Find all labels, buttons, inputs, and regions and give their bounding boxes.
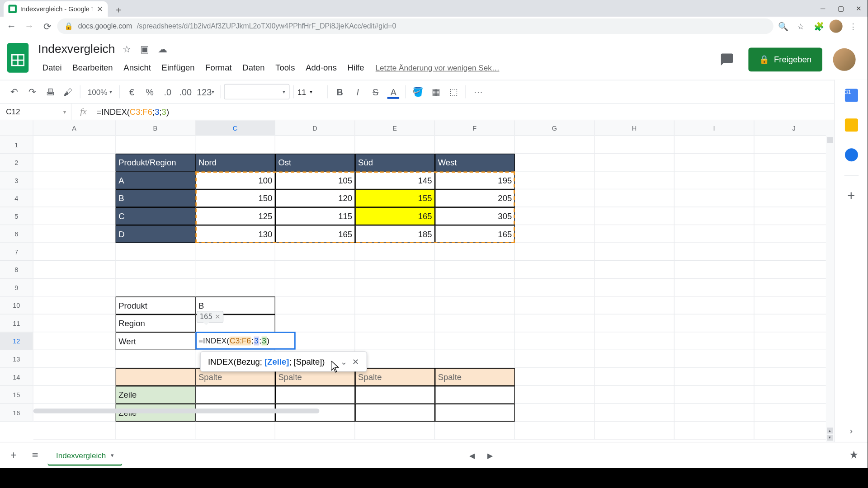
column-header[interactable]: C <box>195 120 275 135</box>
text-color-button[interactable]: A <box>385 84 402 100</box>
zoom-select[interactable]: 100% ▾ <box>84 87 116 96</box>
row-header[interactable]: 13 <box>0 350 33 368</box>
menu-einfuegen[interactable]: Einfügen <box>157 60 198 75</box>
percent-button[interactable]: % <box>142 84 158 100</box>
column-header[interactable]: G <box>515 120 595 135</box>
menu-daten[interactable]: Daten <box>238 60 269 75</box>
redo-button[interactable]: ↷ <box>24 84 41 100</box>
column-header[interactable]: F <box>435 120 515 135</box>
column-header[interactable]: A <box>33 120 116 135</box>
column-header[interactable]: E <box>355 120 435 135</box>
menu-tools[interactable]: Tools <box>271 60 299 75</box>
horizontal-scrollbar[interactable] <box>33 408 320 413</box>
reload-button[interactable]: ⟳ <box>39 19 55 34</box>
extensions-icon[interactable]: 🧩 <box>811 19 826 33</box>
close-hint-icon[interactable]: ✕ <box>215 313 220 321</box>
more-toolbar-button[interactable]: ⋯ <box>470 84 486 100</box>
close-help-icon[interactable]: ✕ <box>352 357 359 366</box>
share-button[interactable]: 🔒 Freigeben <box>748 47 822 71</box>
cell[interactable]: Produkt/Region <box>116 154 196 172</box>
zoom-icon[interactable]: 🔍 <box>776 19 790 33</box>
address-bar[interactable]: 🔒 docs.google.com/spreadsheets/d/1b2ivdA… <box>57 19 774 34</box>
keep-icon[interactable] <box>842 116 861 135</box>
new-tab-button[interactable]: ＋ <box>111 2 126 17</box>
cloud-icon[interactable]: ☁ <box>157 43 169 55</box>
currency-button[interactable]: € <box>123 84 140 100</box>
bookmark-icon[interactable]: ☆ <box>794 19 808 33</box>
vertical-scrollbar[interactable]: ▴ ▾ <box>826 120 834 442</box>
borders-button[interactable]: ▦ <box>427 84 444 100</box>
add-sheet-button[interactable]: + <box>5 446 23 465</box>
strikethrough-button[interactable]: S <box>367 84 384 100</box>
increase-decimal-button[interactable]: .00 <box>177 84 194 100</box>
font-select[interactable]: ▾ <box>224 84 290 99</box>
bold-button[interactable]: B <box>331 84 348 100</box>
format-123-button[interactable]: 123 ▾ <box>195 84 216 100</box>
row-header[interactable]: 14 <box>0 368 33 386</box>
menu-bearbeiten[interactable]: Bearbeiten <box>68 60 117 75</box>
menu-addons[interactable]: Add-ons <box>302 60 341 75</box>
column-header[interactable]: D <box>275 120 355 135</box>
formula-bar-input[interactable]: =INDEX(C3:F6;3;3) <box>95 107 868 117</box>
print-button[interactable]: 🖶 <box>42 84 58 100</box>
hide-sidepanel-icon[interactable]: › <box>849 425 853 436</box>
column-header[interactable]: J <box>755 120 835 135</box>
menu-ansicht[interactable]: Ansicht <box>119 60 155 75</box>
column-header[interactable]: I <box>675 120 755 135</box>
all-sheets-button[interactable]: ≡ <box>26 446 44 465</box>
window-minimize-button[interactable]: ─ <box>814 0 832 17</box>
last-edit-link[interactable]: Letzte Änderung vor wenigen Sek… <box>376 63 500 72</box>
document-title[interactable]: Indexvergleich <box>38 42 115 56</box>
tab-nav-left[interactable]: ◀ <box>463 446 481 465</box>
window-maximize-button[interactable]: ▢ <box>832 0 850 17</box>
forward-button[interactable]: → <box>21 19 37 34</box>
cell[interactable]: Ost <box>275 154 355 172</box>
menu-hilfe[interactable]: Hilfe <box>343 60 368 75</box>
row-header[interactable]: 15 <box>0 386 33 404</box>
menu-format[interactable]: Format <box>201 60 236 75</box>
row-header[interactable]: 8 <box>0 261 33 279</box>
window-close-button[interactable]: ✕ <box>849 0 868 17</box>
sheet-tab-active[interactable]: Indexvergleich ▾ <box>47 445 122 465</box>
profile-avatar-small[interactable] <box>830 19 843 33</box>
row-header[interactable]: 7 <box>0 243 33 261</box>
comments-button[interactable] <box>716 49 737 70</box>
fill-color-button[interactable]: 🪣 <box>410 84 426 100</box>
row-header[interactable]: 9 <box>0 279 33 297</box>
merge-button[interactable]: ⬚ <box>445 84 462 100</box>
row-header[interactable]: 10 <box>0 296 33 314</box>
close-tab-icon[interactable]: ✕ <box>97 5 103 14</box>
row-header[interactable]: 3 <box>0 172 33 190</box>
sheets-logo[interactable] <box>6 42 30 74</box>
undo-button[interactable]: ↶ <box>6 84 23 100</box>
italic-button[interactable]: I <box>349 84 366 100</box>
column-header[interactable]: H <box>594 120 675 135</box>
row-header[interactable]: 16 <box>0 404 33 422</box>
name-box[interactable]: C12 <box>0 103 71 120</box>
font-size-select[interactable]: 11 ▾ <box>297 87 324 96</box>
tab-nav-right[interactable]: ▶ <box>481 446 499 465</box>
row-header[interactable]: 5 <box>0 207 33 225</box>
cell[interactable]: West <box>435 154 515 172</box>
row-header[interactable]: 6 <box>0 225 33 243</box>
back-button[interactable]: ← <box>4 19 19 34</box>
cell[interactable] <box>33 154 116 172</box>
paint-format-button[interactable]: 🖌 <box>60 84 76 100</box>
select-all-corner[interactable] <box>0 120 33 136</box>
browser-tab[interactable]: Indexvergleich - Google Tabellen ✕ <box>4 1 108 17</box>
column-header[interactable]: B <box>116 120 196 135</box>
expand-help-icon[interactable]: ⌄ <box>340 357 348 366</box>
browser-menu-icon[interactable]: ⋮ <box>846 19 861 33</box>
account-avatar[interactable] <box>833 48 856 71</box>
sheet-menu-icon[interactable]: ▾ <box>111 452 114 458</box>
row-header[interactable]: 1 <box>0 136 33 154</box>
calendar-icon[interactable]: 31 <box>842 86 861 105</box>
add-addon-icon[interactable]: + <box>842 187 861 206</box>
row-header[interactable]: 12 <box>0 332 33 350</box>
cell[interactable]: Nord <box>195 154 275 172</box>
tasks-icon[interactable] <box>842 145 861 164</box>
decrease-decimal-button[interactable]: .0 <box>159 84 176 100</box>
star-icon[interactable]: ☆ <box>121 43 133 55</box>
row-header[interactable]: 11 <box>0 314 33 333</box>
row-header[interactable]: 2 <box>0 154 33 172</box>
